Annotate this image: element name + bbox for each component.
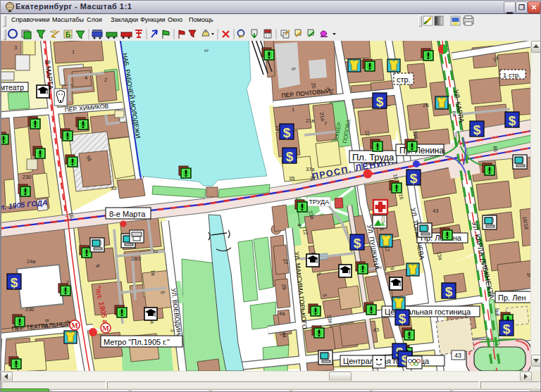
svg-text:21в: 21в — [306, 118, 314, 124]
svg-text:33: 33 — [111, 185, 116, 191]
svg-text:5: 5 — [290, 67, 297, 70]
svg-text:4а: 4а — [279, 310, 285, 317]
svg-text:28/2: 28/2 — [131, 255, 142, 262]
svg-text:29: 29 — [280, 284, 287, 291]
svg-text:43: 43 — [433, 208, 438, 214]
svg-text:стр.: стр. — [397, 75, 411, 84]
svg-text:27: 27 — [282, 258, 289, 265]
svg-text:мтеатр: мтеатр — [1, 83, 24, 91]
svg-text:3: 3 — [14, 44, 17, 51]
svg-text:1: 1 — [292, 106, 294, 113]
svg-text:ТРУДА: ТРУДА — [309, 198, 330, 206]
svg-text:24а: 24а — [27, 258, 36, 265]
svg-text:37а: 37а — [306, 166, 315, 172]
svg-text:1 стр.: 1 стр. — [503, 71, 521, 79]
svg-text:4: 4 — [85, 75, 87, 81]
svg-text:2: 2 — [104, 77, 107, 83]
svg-text:Пр. Лен: Пр. Лен — [498, 293, 526, 302]
svg-text:26: 26 — [423, 102, 429, 108]
svg-text:25: 25 — [310, 82, 317, 89]
svg-text:1в: 1в — [328, 88, 335, 94]
svg-text:Пл. Труда: Пл. Труда — [352, 152, 394, 163]
svg-text:8-е Марта: 8-е Марта — [109, 210, 146, 218]
svg-text:44: 44 — [280, 331, 287, 339]
svg-text:1Б: 1Б — [68, 212, 75, 220]
svg-text:43: 43 — [373, 327, 380, 334]
svg-text:230: 230 — [23, 174, 32, 180]
svg-text:Метро "Пл.1905 г.": Метро "Пл.1905 г." — [104, 338, 170, 346]
svg-text:230: 230 — [25, 306, 35, 312]
svg-text:37: 37 — [310, 175, 316, 182]
svg-text:86: 86 — [492, 146, 499, 153]
svg-text:35: 35 — [289, 175, 294, 182]
svg-text:31: 31 — [42, 323, 48, 329]
svg-text:7: 7 — [324, 120, 327, 127]
svg-text:43: 43 — [454, 352, 461, 359]
svg-text:1: 1 — [72, 49, 75, 55]
svg-text:Б: Б — [66, 31, 70, 39]
